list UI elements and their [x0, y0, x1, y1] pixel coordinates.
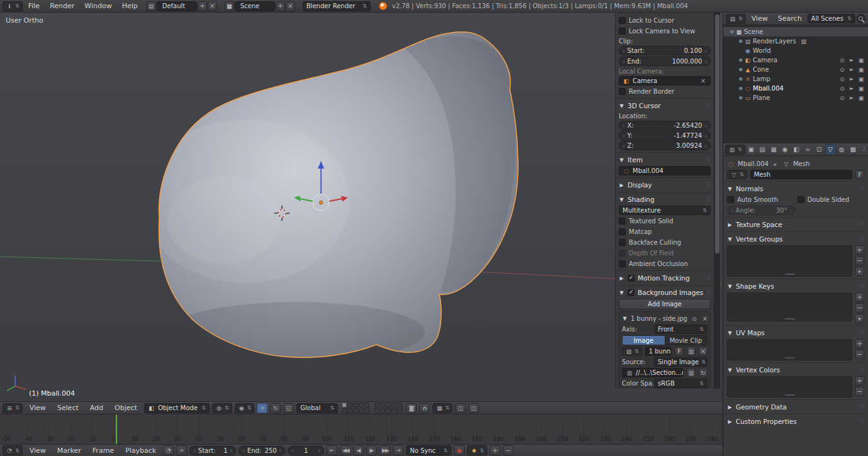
manipulator-scale-button[interactable] [283, 403, 294, 413]
expander-closed-icon[interactable]: ⊕ [737, 38, 744, 44]
tab-render-layers[interactable]: ▤ [757, 144, 768, 155]
outliner-search-box[interactable] [857, 14, 865, 23]
auto-smooth-angle-field[interactable]: Angle: 30° [727, 206, 796, 215]
show-fcurves-button[interactable] [176, 445, 187, 455]
jump-to-start-button[interactable] [327, 445, 337, 455]
cursor-x-field[interactable]: X: -2.65420 [619, 121, 711, 130]
snap-toggle-button[interactable] [419, 403, 430, 413]
editor-type-timeline-button[interactable] [3, 445, 23, 455]
outliner-row-world[interactable]: World [723, 46, 868, 55]
menu-render[interactable]: Render [45, 0, 79, 12]
vertex-groups-list[interactable] [727, 245, 852, 277]
tab-scene[interactable]: ▦ [769, 144, 779, 155]
textured-solid-checkbox[interactable] [619, 218, 626, 225]
cursor-y-field[interactable]: Y: -1.47724 [619, 131, 711, 140]
layer-toggle[interactable] [392, 403, 397, 408]
outliner-row-lamp[interactable]: ⊕ Lamp [723, 74, 868, 84]
layer-toggle[interactable] [380, 403, 385, 408]
close-icon[interactable] [701, 315, 709, 322]
manipulator-rotate-button[interactable] [270, 403, 281, 413]
layer-toggle[interactable] [359, 408, 364, 413]
remove-uv-map-button[interactable] [855, 350, 864, 359]
eye-icon[interactable] [838, 57, 846, 64]
editor-type-info-button[interactable] [3, 1, 23, 11]
menu-outliner-search[interactable]: Search [774, 13, 806, 25]
shape-keys-list[interactable] [727, 292, 852, 321]
panel-normals[interactable]: Normals [727, 184, 864, 194]
delete-keyframe-button[interactable] [503, 445, 514, 455]
renderability-icon[interactable] [857, 67, 865, 73]
clear-camera-icon[interactable] [699, 77, 707, 84]
outliner-filter-dropdown[interactable]: All Scenes [808, 14, 855, 23]
mesh-browse-button[interactable]: ▽ [727, 170, 747, 179]
menu-playback[interactable]: Playback [121, 445, 161, 456]
snap-element-dropdown[interactable] [432, 403, 453, 413]
viewport-canvas[interactable]: User Ortho (1) Mball.004 Lock to Cursor … [0, 13, 723, 401]
item-name-field[interactable]: Mball.004 [619, 166, 711, 175]
renderability-icon[interactable] [857, 76, 865, 82]
current-frame-field[interactable]: 1 [288, 446, 324, 455]
layer-toggle[interactable] [364, 408, 369, 413]
insert-keyframe-button[interactable] [490, 445, 500, 455]
current-frame-indicator[interactable] [116, 414, 117, 444]
viewport-shading-dropdown[interactable] [212, 403, 232, 413]
background-images-checkbox[interactable] [628, 289, 634, 296]
render-border-checkbox[interactable] [619, 88, 626, 95]
layer-toggle[interactable] [386, 408, 391, 413]
layer-toggle[interactable] [342, 403, 347, 408]
matcap-checkbox[interactable] [619, 228, 626, 235]
npanel-scrollbar[interactable] [714, 13, 720, 389]
panel-shape-keys[interactable]: Shape Keys [727, 281, 864, 291]
menu-help[interactable]: Help [118, 0, 142, 12]
menu-window[interactable]: Window [80, 0, 116, 12]
outliner-row-scene[interactable]: ⊖ Scene [723, 27, 868, 36]
tab-movie-clip[interactable]: Movie Clip [665, 336, 707, 345]
layer-toggle[interactable] [347, 403, 352, 408]
menu-file[interactable]: File [24, 0, 44, 12]
axis-dropdown[interactable]: Front [654, 325, 707, 334]
render-engine-dropdown[interactable]: Blender Render [303, 1, 371, 11]
add-image-button[interactable]: Add Image [619, 299, 711, 309]
expander-closed-icon[interactable]: ⊕ [737, 95, 744, 101]
chevron-down-icon[interactable] [622, 316, 628, 321]
menu-add[interactable]: Add [86, 402, 108, 414]
layer-toggle[interactable] [380, 408, 385, 413]
panel-item[interactable]: Item [619, 155, 711, 165]
renderability-icon[interactable] [857, 86, 865, 92]
frame-end-field[interactable]: End: 250 [239, 446, 285, 455]
outliner-row-cone[interactable]: ⊕ Cone [723, 65, 868, 74]
selectability-icon[interactable] [848, 76, 855, 82]
panel-uv-maps[interactable]: UV Maps [727, 328, 864, 338]
render-layer-toggle-icon[interactable] [800, 38, 808, 45]
editor-type-properties-button[interactable] [725, 145, 745, 155]
motion-tracking-checkbox[interactable] [628, 275, 634, 282]
add-shape-key-button[interactable] [855, 292, 864, 302]
lock-camera-checkbox[interactable] [619, 28, 626, 35]
image-browse-button[interactable] [622, 347, 642, 356]
vertex-group-specials-button[interactable] [855, 267, 864, 276]
selectability-icon[interactable] [848, 57, 855, 64]
reload-image-button[interactable] [699, 368, 707, 377]
list-resize-grip[interactable] [785, 394, 795, 396]
expander-closed-icon[interactable]: ⊕ [737, 57, 744, 63]
layer-toggle[interactable] [353, 408, 358, 413]
eye-icon[interactable] [690, 316, 698, 322]
clip-start-field[interactable]: Start: 0.100 [619, 46, 711, 55]
selectability-icon[interactable] [848, 67, 855, 73]
menu-frame[interactable]: Frame [88, 445, 118, 456]
outliner-row-plane[interactable]: ⊕ Plane [723, 93, 868, 103]
fake-user-button[interactable]: F [855, 170, 864, 179]
eye-icon[interactable] [838, 67, 846, 73]
cursor-z-field[interactable]: Z: 3.00924 [619, 141, 711, 150]
expander-open-icon[interactable]: ⊖ [728, 29, 735, 35]
expander-closed-icon[interactable]: ⊕ [737, 67, 744, 72]
add-vertex-group-button[interactable] [855, 245, 864, 255]
list-resize-grip[interactable] [785, 274, 795, 275]
lock-to-scene-button[interactable] [406, 403, 417, 413]
image-datablock-field[interactable]: 1 bunny - side.jpg [645, 347, 672, 356]
uv-maps-list[interactable] [727, 339, 852, 360]
play-button[interactable] [366, 445, 377, 455]
mode-dropdown[interactable]: Object Mode [144, 403, 210, 413]
panel-display[interactable]: Display [619, 180, 711, 190]
play-reverse-button[interactable] [353, 445, 364, 455]
